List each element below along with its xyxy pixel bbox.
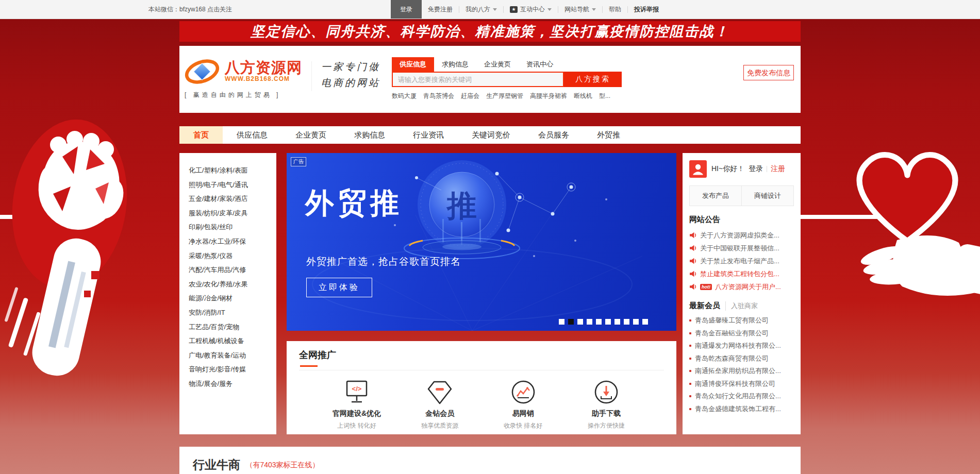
search-tab-demand[interactable]: 求购信息 bbox=[434, 57, 476, 72]
free-publish-button[interactable]: 免费发布信息 bbox=[743, 65, 794, 80]
hot-keyword[interactable]: 数码大厦 bbox=[392, 92, 417, 100]
members-title: 最新会员 bbox=[689, 301, 720, 311]
carousel-dot[interactable] bbox=[577, 319, 583, 325]
carousel-dot[interactable] bbox=[559, 319, 564, 325]
category-link[interactable]: 物流/展会/服务 bbox=[189, 377, 276, 391]
carousel-dot-active[interactable] bbox=[568, 319, 574, 325]
category-link[interactable]: 服装/纺织/皮革/皮具 bbox=[189, 206, 276, 221]
bullet-icon bbox=[689, 408, 691, 410]
category-link[interactable]: 净水器/水工业/环保 bbox=[189, 234, 276, 249]
monitor-code-icon: </> bbox=[342, 379, 371, 405]
speaker-icon bbox=[689, 270, 697, 277]
login-button[interactable]: 登录 bbox=[391, 0, 422, 19]
site-nav-menu[interactable]: 网站导航 bbox=[558, 0, 602, 19]
nav-item-yellowpages[interactable]: 企业黄页 bbox=[281, 126, 340, 144]
announcement-text: 禁止建筑类工程转包分包... bbox=[700, 269, 779, 279]
member-item[interactable]: 南通爆发力网络科技有限公... bbox=[689, 340, 794, 352]
nav-item-supply[interactable]: 供应信息 bbox=[223, 126, 281, 144]
promo-item-website[interactable]: </> 官网建设&优化 上词快 转化好 bbox=[323, 379, 391, 430]
my-bafang-menu[interactable]: 我的八方 bbox=[459, 0, 503, 19]
category-link[interactable]: 工艺品/百货/宠物 bbox=[189, 320, 276, 334]
carousel-dot[interactable] bbox=[642, 319, 648, 325]
category-link[interactable]: 化工/塑料/涂料/表面 bbox=[189, 163, 276, 178]
epidemic-slogan-banner: 坚定信心、同舟共济、科学防治、精准施策，坚决打赢疫情防控阻击战！ bbox=[179, 21, 801, 42]
interaction-center-menu[interactable]: ★ 互动中心 bbox=[504, 0, 558, 19]
announcement-item[interactable]: 关于中国银联开展整顿信... bbox=[689, 242, 794, 255]
member-item[interactable]: 青岛众知行文化用品有限公... bbox=[689, 390, 794, 403]
hot-keyword[interactable]: 生产厚壁钢管 bbox=[486, 92, 523, 100]
carousel-dot[interactable] bbox=[596, 319, 602, 325]
category-link[interactable]: 音响灯光/影音/传媒 bbox=[189, 362, 276, 377]
category-link[interactable]: 安防/消防/IT bbox=[189, 306, 276, 320]
carousel-dot[interactable] bbox=[605, 319, 611, 325]
member-item[interactable]: 青岛盛馨臻工贸有限公司 bbox=[689, 314, 794, 327]
search-tab-news[interactable]: 资讯中心 bbox=[519, 57, 561, 72]
member-item[interactable]: 南通拓垒家用纺织品有限公... bbox=[689, 365, 794, 378]
member-item[interactable]: 青岛乾杰森商贸有限公司 bbox=[689, 352, 794, 365]
wechat-label[interactable]: 本站微信：bfzyw168 点击关注 bbox=[148, 5, 232, 14]
promo-item-assistant-download[interactable]: 助手下载 操作方便快捷 bbox=[572, 379, 640, 430]
hot-keyword[interactable]: 高腰半身裙裤 bbox=[530, 92, 567, 100]
member-item[interactable]: 青岛金百融铝业有限公司 bbox=[689, 327, 794, 340]
panel-login-link[interactable]: 登录 bbox=[749, 164, 763, 174]
register-link[interactable]: 免费注册 bbox=[422, 0, 459, 19]
interaction-center-icon: ★ bbox=[510, 6, 518, 13]
announcement-text: 八方资源网关于用户... bbox=[715, 282, 781, 292]
announcement-item[interactable]: 关于八方资源网虚拟类金... bbox=[689, 229, 794, 242]
site-logo[interactable]: 八方资源网 WWW.B2B168.COM [ 赢造自由的网上贸易 ] bbox=[185, 56, 302, 113]
promo-item-yiwangxiao[interactable]: 易网销 收录快 排名好 bbox=[489, 379, 557, 430]
hot-keyword[interactable]: 型... bbox=[599, 92, 610, 100]
category-link[interactable]: 五金/建材/家装/酒店 bbox=[189, 192, 276, 206]
user-row: HI~你好！ 登录 注册 bbox=[689, 160, 794, 178]
carousel-dot[interactable] bbox=[633, 319, 639, 325]
nav-item-member-service[interactable]: 会员服务 bbox=[524, 126, 583, 144]
announcement-item[interactable]: hot! 八方资源网关于用户... bbox=[689, 280, 794, 293]
search-input[interactable] bbox=[392, 72, 564, 87]
right-panel: HI~你好！ 登录 注册 发布产品 商铺设计 网站公告 关于八方资源网虚拟类金.… bbox=[683, 153, 801, 434]
content-row: 化工/塑料/涂料/表面 照明/电子/电气/通讯 五金/建材/家装/酒店 服装/纺… bbox=[179, 153, 801, 434]
category-link[interactable]: 印刷/包装/丝印 bbox=[189, 220, 276, 234]
banner-cta-button[interactable]: 立即体验 bbox=[306, 278, 372, 297]
help-link[interactable]: 帮助 bbox=[603, 0, 627, 19]
members-header: 最新会员 入驻商家 bbox=[689, 301, 794, 311]
bullet-icon bbox=[689, 383, 691, 385]
nav-item-news[interactable]: 行业资讯 bbox=[399, 126, 458, 144]
hero-carousel[interactable]: 推 广告 bbox=[287, 153, 676, 331]
complaint-link[interactable]: 投诉举报 bbox=[628, 0, 665, 19]
nav-item-waimaotui[interactable]: 外贸推 bbox=[583, 126, 634, 144]
category-link[interactable]: 采暖/热泵/仪器 bbox=[189, 249, 276, 263]
carousel-dot[interactable] bbox=[587, 319, 592, 325]
member-item[interactable]: 青岛金盛德建筑装饰工程有... bbox=[689, 403, 794, 416]
nav-item-demand[interactable]: 求购信息 bbox=[340, 126, 399, 144]
search-tab-yellowpages[interactable]: 企业黄页 bbox=[476, 57, 519, 72]
category-link[interactable]: 工程机械/机械设备 bbox=[189, 334, 276, 348]
publish-product-button[interactable]: 发布产品 bbox=[690, 186, 741, 206]
hot-keyword[interactable]: 断线机 bbox=[574, 92, 592, 100]
carousel-dot[interactable] bbox=[614, 319, 620, 325]
search-tab-supply[interactable]: 供应信息 bbox=[392, 57, 434, 72]
category-link[interactable]: 照明/电子/电气/通讯 bbox=[189, 178, 276, 192]
promo-item-diamond-member[interactable]: 金钻会员 独享优质资源 bbox=[406, 379, 474, 430]
category-link[interactable]: 能源/冶金/钢材 bbox=[189, 291, 276, 306]
category-link[interactable]: 农业/农化/养殖/水果 bbox=[189, 277, 276, 292]
hot-keyword[interactable]: 赶庙会 bbox=[461, 92, 479, 100]
member-item[interactable]: 南通博俊环保科技有限公司 bbox=[689, 378, 794, 391]
carousel-dot[interactable] bbox=[624, 319, 629, 325]
announcement-item[interactable]: 禁止建筑类工程转包分包... bbox=[689, 267, 794, 280]
search-button[interactable]: 八方搜索 bbox=[564, 72, 622, 87]
hot-keyword[interactable]: 青岛茶博会 bbox=[423, 92, 454, 100]
category-link[interactable]: 广电/教育装备/运动 bbox=[189, 348, 276, 363]
announcement-item[interactable]: 关于禁止发布电子烟产品... bbox=[689, 255, 794, 267]
topbar: 本站微信：bfzyw168 点击关注 登录 免费注册 我的八方 ★ 互动中心 网… bbox=[0, 0, 980, 19]
nav-item-home[interactable]: 首页 bbox=[179, 126, 223, 144]
shop-design-button[interactable]: 商铺设计 bbox=[741, 186, 793, 206]
nav-item-keyword-bidding[interactable]: 关键词竞价 bbox=[458, 126, 524, 144]
carousel-dots bbox=[559, 319, 648, 325]
banner-title: 外贸推 bbox=[305, 184, 403, 223]
speaker-icon bbox=[689, 258, 697, 264]
fist-illustration bbox=[2, 112, 138, 380]
bullet-icon bbox=[689, 319, 691, 321]
members-tab[interactable]: 入驻商家 bbox=[725, 301, 758, 311]
category-link[interactable]: 汽配/汽车用品/汽修 bbox=[189, 263, 276, 277]
panel-register-link[interactable]: 注册 bbox=[771, 164, 785, 174]
